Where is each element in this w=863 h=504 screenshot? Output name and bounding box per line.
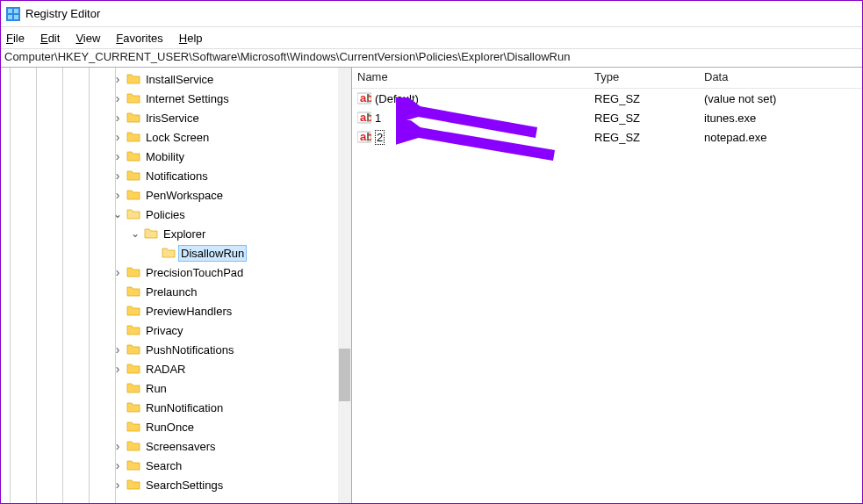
tree-item-internet-settings[interactable]: Internet Settings (1, 89, 351, 108)
tree-item-radar[interactable]: RADAR (1, 359, 351, 378)
tree-item-label: DisallowRun (179, 246, 246, 261)
tree-item-notifications[interactable]: Notifications (1, 166, 351, 185)
folder-icon (126, 169, 140, 183)
tree-item-prelaunch[interactable]: Prelaunch (1, 282, 351, 301)
expander-closed-icon[interactable] (111, 130, 125, 144)
tree-item-label: Explorer (162, 227, 207, 241)
tree-item-label: Internet Settings (144, 91, 231, 106)
folder-icon (126, 439, 140, 453)
tree-item-label: RADAR (144, 362, 188, 377)
expander-closed-icon[interactable] (111, 149, 125, 163)
folder-icon (126, 478, 140, 492)
expander-open-icon[interactable] (111, 207, 125, 221)
folder-icon (126, 362, 140, 376)
svg-text:ab: ab (360, 111, 371, 124)
tree-item-penworkspace[interactable]: PenWorkspace (1, 185, 351, 205)
expander-closed-icon[interactable] (111, 458, 125, 472)
expander-closed-icon[interactable] (111, 91, 125, 105)
folder-icon (126, 111, 140, 125)
expander-closed-icon[interactable] (111, 478, 125, 492)
folder-icon (126, 130, 140, 144)
expander-placeholder (111, 323, 125, 337)
value-data: itunes.exe (699, 112, 862, 125)
folder-icon (126, 323, 140, 337)
folder-icon (126, 284, 140, 299)
expander-placeholder (111, 400, 125, 414)
tree-item-privacy[interactable]: Privacy (1, 320, 351, 340)
tree-item-label: InstallService (144, 72, 215, 87)
expander-closed-icon[interactable] (111, 439, 125, 453)
folder-icon (126, 149, 140, 163)
value-data: (value not set) (699, 92, 862, 105)
folder-icon (126, 304, 140, 318)
tree-item-label: RunOnce (144, 420, 196, 435)
folder-icon (162, 246, 176, 260)
values-header: Name Type Data (352, 68, 862, 89)
menu-help[interactable]: Help (179, 32, 203, 45)
tree-item-run[interactable]: Run (1, 378, 351, 398)
value-row[interactable]: ab(Default)REG_SZ(value not set) (352, 89, 862, 108)
expander-closed-icon[interactable] (111, 362, 125, 376)
tree-item-pushnotifications[interactable]: PushNotifications (1, 340, 351, 359)
col-header-data[interactable]: Data (699, 68, 862, 88)
expander-closed-icon[interactable] (111, 342, 125, 356)
values-list[interactable]: ab(Default)REG_SZ(value not set)ab1REG_S… (352, 89, 862, 147)
value-type: REG_SZ (589, 92, 699, 105)
tree-item-label: RunNotification (144, 400, 225, 415)
folder-icon (126, 265, 140, 279)
expander-closed-icon[interactable] (111, 72, 125, 86)
address-bar[interactable]: Computer\HKEY_CURRENT_USER\Software\Micr… (1, 48, 862, 68)
tree-scrollbar[interactable] (338, 68, 351, 503)
expander-closed-icon[interactable] (111, 111, 125, 125)
tree-scroll-thumb[interactable] (339, 349, 350, 401)
expander-open-icon[interactable] (128, 227, 142, 241)
tree-item-irisservice[interactable]: IrisService (1, 108, 351, 127)
tree-item-screensavers[interactable]: Screensavers (1, 436, 351, 456)
menu-file[interactable]: File (6, 32, 25, 45)
expander-placeholder (111, 304, 125, 318)
tree-item-installservice[interactable]: InstallService (1, 69, 351, 89)
tree-item-runonce[interactable]: RunOnce (1, 417, 351, 436)
expander-closed-icon[interactable] (111, 169, 125, 183)
tree-item-precisiontouchpad[interactable]: PrecisionTouchPad (1, 263, 351, 282)
folder-icon (126, 381, 140, 395)
tree-item-mobility[interactable]: Mobility (1, 147, 351, 166)
tree-item-label: Search (144, 458, 183, 473)
tree-item-label: PrecisionTouchPad (144, 265, 245, 280)
tree-item-explorer[interactable]: Explorer (1, 224, 351, 243)
value-name: 1 (375, 112, 381, 125)
tree-list[interactable]: InstallServiceInternet SettingsIrisServi… (1, 68, 351, 494)
expander-closed-icon[interactable] (111, 265, 125, 279)
tree-item-disallowrun[interactable]: DisallowRun (1, 243, 351, 263)
tree-item-label: IrisService (144, 111, 201, 126)
svg-rect-3 (8, 15, 12, 19)
menu-edit[interactable]: Edit (40, 32, 60, 45)
tree-item-lock-screen[interactable]: Lock Screen (1, 127, 351, 147)
address-path: Computer\HKEY_CURRENT_USER\Software\Micr… (4, 50, 570, 63)
col-header-type[interactable]: Type (589, 68, 699, 88)
value-row[interactable]: ab1REG_SZitunes.exe (352, 108, 862, 127)
expander-closed-icon[interactable] (111, 188, 125, 202)
svg-rect-4 (14, 15, 18, 19)
tree-item-label: Prelaunch (144, 284, 199, 299)
folder-icon (126, 91, 140, 105)
tree-item-searchsettings[interactable]: SearchSettings (1, 475, 351, 494)
reg-sz-icon: ab (357, 130, 371, 144)
value-type: REG_SZ (589, 112, 699, 125)
menu-favorites[interactable]: Favorites (116, 32, 162, 45)
menu-view[interactable]: View (76, 32, 100, 45)
value-name: 2 (375, 130, 385, 145)
tree-item-policies[interactable]: Policies (1, 205, 351, 224)
col-header-name[interactable]: Name (352, 68, 589, 88)
tree-item-search[interactable]: Search (1, 456, 351, 475)
folder-icon (144, 227, 158, 241)
tree-item-runnotification[interactable]: RunNotification (1, 398, 351, 417)
tree-item-label: SearchSettings (144, 478, 225, 493)
tree-item-label: Notifications (144, 169, 210, 184)
expander-placeholder (111, 420, 125, 434)
value-row[interactable]: ab2REG_SZnotepad.exe (352, 127, 862, 147)
tree-item-label: Screensavers (144, 439, 217, 454)
folder-icon (126, 400, 140, 414)
tree-item-previewhandlers[interactable]: PreviewHandlers (1, 301, 351, 320)
tree-item-label: PenWorkspace (144, 188, 225, 203)
